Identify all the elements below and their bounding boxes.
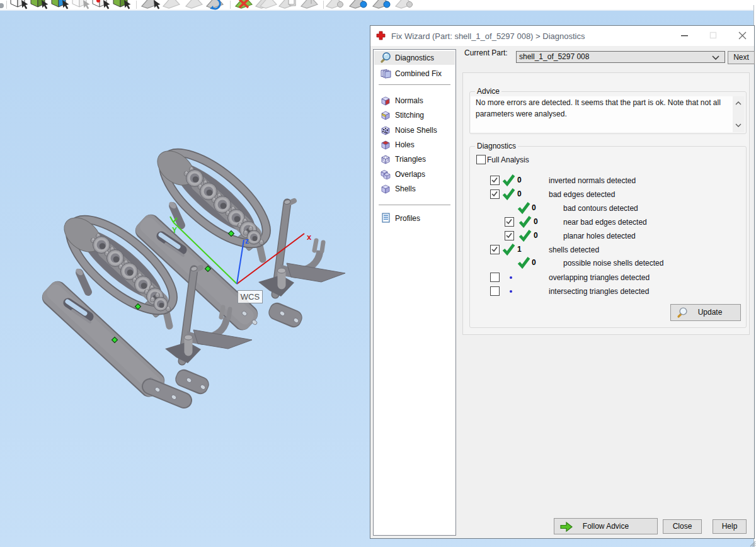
svg-text:Y: Y — [172, 226, 177, 235]
svg-text:x: x — [307, 232, 312, 242]
svg-text:WCS: WCS — [241, 292, 260, 302]
svg-text:z: z — [245, 237, 249, 245]
